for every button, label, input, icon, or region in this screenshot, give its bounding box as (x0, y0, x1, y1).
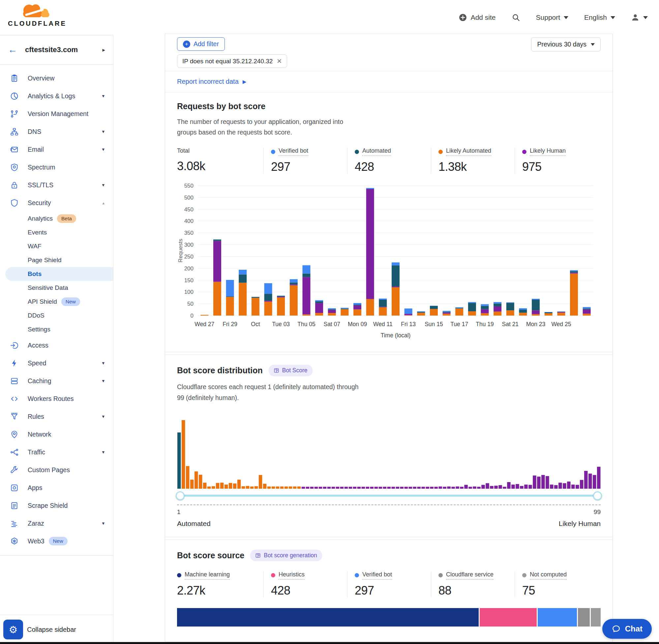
support-menu[interactable]: Support (536, 14, 569, 21)
svg-text:Wed 11: Wed 11 (373, 321, 393, 327)
sidebar-item-web3[interactable]: Web3New (0, 532, 113, 550)
stat-label[interactable]: Verified bot (362, 571, 392, 580)
add-filter-button[interactable]: + Add filter (177, 37, 225, 51)
sidebar-item-sensitive-data[interactable]: Sensitive Data (0, 281, 113, 295)
sidebar-item-label: SSL/TLS (28, 181, 53, 189)
sidebar-item-network[interactable]: Network (0, 426, 113, 443)
likely-human-end-label: Likely Human (559, 520, 601, 528)
svg-text:Wed 27: Wed 27 (194, 321, 214, 327)
sidebar-item-analytics-logs[interactable]: Analytics & Logs▾ (0, 87, 113, 105)
sidebar-item-dns[interactable]: DNS▾ (0, 123, 113, 140)
sidebar-item-scrape-shield[interactable]: Scrape Shield (0, 497, 113, 514)
active-filter-chip[interactable]: IP does not equal 35.212.240.32 ✕ (177, 54, 287, 68)
stat-label[interactable]: Machine learning (185, 571, 230, 580)
caret-down-icon: ▾ (102, 414, 104, 419)
server-stack-icon (10, 376, 19, 386)
map-pin-icon (10, 430, 19, 439)
sidebar-item-speed[interactable]: Speed▾ (0, 354, 113, 372)
beta-badge: Beta (57, 214, 76, 223)
stat-label[interactable]: Not computed (530, 571, 567, 580)
add-site-label: Add site (471, 14, 496, 21)
sidebar-item-label: Sensitive Data (28, 284, 68, 292)
stat-verified-bot: Verified bot297 (263, 147, 347, 174)
login-circle-icon (10, 341, 19, 350)
stat-value: 297 (355, 584, 431, 598)
sidebar-item-workers-routes[interactable]: Workers Routes (0, 390, 113, 408)
sidebar-item-page-shield[interactable]: Page Shield (0, 253, 113, 267)
sidebar-item-security[interactable]: Security▴ (0, 194, 113, 212)
slider-tick-marks (177, 505, 601, 505)
sidebar-item-caching[interactable]: Caching▾ (0, 372, 113, 390)
stat-likely-human: Likely Human975 (515, 147, 598, 174)
account-menu[interactable] (631, 13, 648, 22)
stat-label[interactable]: Likely Human (530, 147, 566, 156)
wrench-icon (10, 466, 19, 475)
report-incorrect-data-link[interactable]: Report incorrect data ▶ (177, 78, 246, 86)
sidebar-item-api-shield[interactable]: API ShieldNew (0, 295, 113, 309)
sidebar-item-ssl-tls[interactable]: SSL/TLS▾ (0, 176, 113, 194)
sidebar-divider (0, 555, 113, 556)
sidebar-item-events[interactable]: Events (0, 226, 113, 239)
sidebar-item-access[interactable]: Access (0, 336, 113, 354)
slider-track[interactable] (178, 495, 600, 497)
sidebar-item-bots[interactable]: Bots (5, 267, 113, 281)
funnel-icon (10, 412, 19, 421)
stat-label[interactable]: Likely Automated (446, 147, 491, 156)
score-range-slider[interactable] (177, 491, 601, 500)
collapse-sidebar-button[interactable]: Collapse sidebar (27, 626, 76, 634)
sidebar-item-spectrum[interactable]: Spectrum (0, 158, 113, 176)
sidebar-item-analytics[interactable]: AnalyticsBeta (0, 212, 113, 226)
add-filter-label: Add filter (193, 40, 219, 48)
stat-label[interactable]: Automated (362, 147, 391, 156)
sidebar-item-rules[interactable]: Rules▾ (0, 408, 113, 426)
stat-cloudflare-service: Cloudflare service88 (431, 571, 515, 598)
search-button[interactable] (512, 13, 520, 22)
caret-down-icon (564, 16, 568, 19)
preferences-gear-button[interactable]: ⚙ (3, 620, 23, 639)
cloudflare-logo[interactable]: CLOUDFLARE (8, 1, 64, 27)
bot-score-generation-badge-label: Bot score generation (264, 552, 317, 559)
date-range-dropdown[interactable]: Previous 30 days (531, 37, 601, 51)
sidebar-item-settings[interactable]: Settings (0, 322, 113, 336)
sidebar-item-label: Traffic (28, 448, 45, 456)
sidebar-item-label: Speed (28, 360, 46, 367)
remove-filter-icon[interactable]: ✕ (277, 58, 282, 65)
clipboard-icon (10, 74, 19, 83)
back-arrow-icon[interactable]: ← (8, 45, 17, 54)
sidebar-item-email[interactable]: Email▾ (0, 140, 113, 158)
caret-down-icon: ▾ (102, 378, 104, 384)
sidebar-item-custom-pages[interactable]: Custom Pages (0, 461, 113, 479)
stat-heuristics: Heuristics428 (263, 571, 347, 598)
bot-score-histogram (177, 413, 601, 491)
chat-button[interactable]: Chat (602, 619, 652, 639)
sidebar-item-version-management[interactable]: Version Management (0, 105, 113, 123)
bot-score-docs-badge[interactable]: Bot Score (269, 365, 312, 376)
stat-label[interactable]: Cloudflare service (446, 571, 494, 580)
svg-text:Fri 13: Fri 13 (401, 321, 416, 327)
language-menu[interactable]: English (584, 14, 615, 21)
sidebar-item-zaraz[interactable]: Zaraz▾ (0, 514, 113, 532)
svg-text:Thu 05: Thu 05 (297, 321, 315, 327)
add-site-button[interactable]: Add site (458, 13, 496, 22)
top-header: CLOUDFLARE Add site Support English (0, 0, 659, 35)
slider-handle-max[interactable] (593, 491, 602, 500)
person-icon (631, 13, 639, 22)
sidebar-item-ddos[interactable]: DDoS (0, 309, 113, 322)
slider-handle-min[interactable] (176, 491, 185, 500)
book-icon (255, 553, 261, 558)
sidebar-item-label: Scrape Shield (28, 502, 68, 509)
stat-label[interactable]: Verified bot (279, 147, 308, 156)
stat-label[interactable]: Heuristics (279, 571, 305, 580)
site-name[interactable]: cftestsite3.com (25, 46, 78, 54)
svg-text:50: 50 (187, 301, 193, 307)
site-expand-caret-icon[interactable]: ▸ (102, 46, 105, 53)
sidebar-item-waf[interactable]: WAF (0, 239, 113, 253)
svg-text:Time (local): Time (local) (381, 332, 411, 339)
sidebar-item-apps[interactable]: Apps (0, 479, 113, 497)
sidebar-item-overview[interactable]: Overview (0, 69, 113, 87)
bot-score-generation-docs-badge[interactable]: Bot score generation (250, 550, 322, 561)
new-badge: New (49, 537, 68, 546)
envelope-icon (10, 145, 19, 154)
section-gap (165, 537, 613, 539)
sidebar-item-traffic[interactable]: Traffic▾ (0, 443, 113, 461)
